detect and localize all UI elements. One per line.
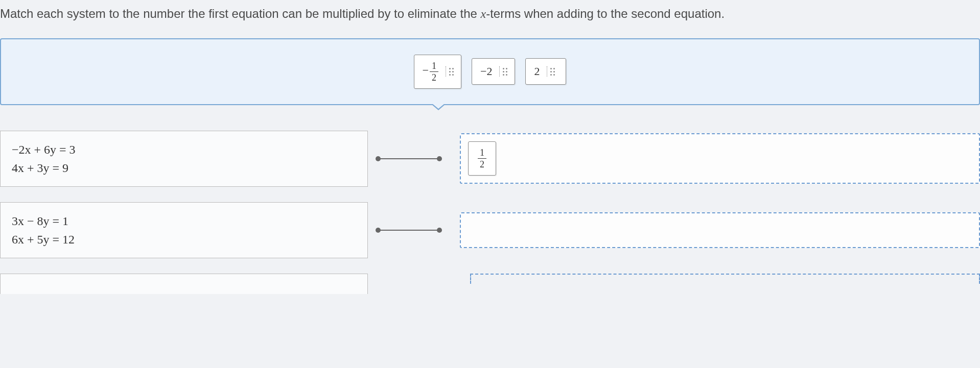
drag-handle-icon (446, 66, 453, 77)
match-row-2: 3x − 8y = 1 6x + 5y = 12 (0, 202, 980, 258)
fraction-numerator: 1 (430, 61, 438, 72)
match-row-1: −2x + 6y = 3 4x + 3y = 9 12 (0, 131, 980, 187)
prompt-variable: x (481, 7, 486, 20)
system-box-3: 10x − 4y = 8 (0, 274, 368, 294)
fraction-denominator: 2 (478, 159, 486, 169)
question-prompt: Match each system to the number the firs… (0, 0, 980, 33)
equation-line: 4x + 3y = 9 (12, 159, 356, 177)
match-row-3-partial: 10x − 4y = 8 (0, 274, 980, 294)
drop-zone-3[interactable] (470, 274, 980, 284)
tile-value: −12 (423, 61, 438, 82)
system-box-1: −2x + 6y = 3 4x + 3y = 9 (0, 131, 368, 187)
tile-negative-half[interactable]: −12 (414, 55, 461, 89)
prompt-part2: -terms when adding to the second equatio… (486, 7, 725, 20)
tile-two[interactable]: 2 (525, 58, 566, 85)
connector-line (378, 158, 439, 159)
equation-line: 3x − 8y = 1 (12, 212, 356, 230)
negative-sign: − (423, 64, 429, 77)
tile-value: 2 (534, 65, 540, 78)
fraction-numerator: 1 (478, 148, 486, 159)
prompt-part1: Match each system to the number the firs… (0, 7, 481, 20)
tile-negative-two[interactable]: −2 (472, 58, 515, 85)
equation-line: 6x + 5y = 12 (12, 230, 356, 249)
connector-line (378, 230, 439, 231)
drag-handle-icon (547, 66, 554, 77)
drop-zone-2[interactable] (460, 212, 980, 248)
equation-line: −2x + 6y = 3 (12, 140, 356, 159)
tile-bank: −12 −2 2 (0, 38, 980, 105)
matching-area: −2x + 6y = 3 4x + 3y = 9 12 3x − 8y = 1 … (0, 131, 980, 294)
fraction-denominator: 2 (430, 72, 438, 82)
drop-zone-1[interactable]: 12 (460, 133, 980, 184)
drag-handle-icon (499, 66, 506, 77)
placed-tile-half[interactable]: 12 (468, 141, 496, 176)
tile-value: −2 (480, 65, 492, 78)
system-box-2: 3x − 8y = 1 6x + 5y = 12 (0, 202, 368, 258)
